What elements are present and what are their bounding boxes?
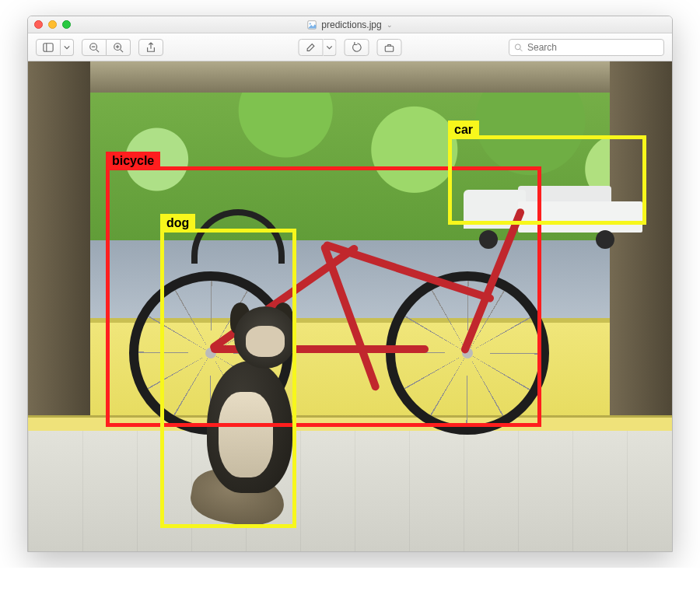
- close-button[interactable]: [34, 20, 43, 29]
- markup-button[interactable]: [299, 39, 324, 56]
- svg-rect-11: [385, 46, 394, 51]
- minimize-button[interactable]: [48, 20, 57, 29]
- toolbar-center: [299, 39, 402, 56]
- preview-window: predictions.jpg ⌄: [27, 16, 673, 552]
- window-title: predictions.jpg ⌄: [28, 19, 672, 30]
- markup-icon: [306, 42, 317, 53]
- title-chevron-icon[interactable]: ⌄: [387, 21, 393, 29]
- search-icon: [514, 43, 523, 52]
- svg-point-12: [515, 44, 520, 49]
- detection-label-bicycle: bicycle: [106, 152, 160, 170]
- sidebar-menu-button[interactable]: [61, 39, 74, 56]
- image-file-icon: [307, 20, 317, 30]
- zoom-in-button[interactable]: [107, 39, 131, 56]
- traffic-lights: [34, 20, 71, 29]
- detection-box-dog: dog: [160, 229, 296, 528]
- search-input[interactable]: [526, 41, 659, 54]
- sidebar-icon: [43, 42, 54, 53]
- zoom-in-icon: [113, 42, 124, 53]
- detection-label-dog: dog: [160, 214, 195, 232]
- svg-point-1: [310, 23, 311, 24]
- zoom-out-icon: [89, 42, 100, 53]
- toolbar: [28, 33, 672, 61]
- search-field[interactable]: [509, 39, 664, 56]
- svg-rect-2: [44, 43, 53, 51]
- scene-pillar-left: [28, 61, 90, 427]
- titlebar: predictions.jpg ⌄: [28, 16, 672, 33]
- toolbox-icon: [384, 42, 395, 53]
- chevron-down-icon: [327, 44, 333, 51]
- zoom-out-button[interactable]: [82, 39, 107, 56]
- zoom-button[interactable]: [62, 20, 71, 29]
- svg-line-5: [96, 49, 100, 52]
- rotate-left-icon: [352, 42, 362, 53]
- share-button[interactable]: [138, 39, 163, 56]
- chevron-down-icon: [64, 44, 70, 51]
- markup-menu-button[interactable]: [324, 39, 337, 56]
- scene-beam: [28, 61, 672, 93]
- toolbox-button[interactable]: [377, 39, 402, 56]
- share-icon: [145, 42, 156, 53]
- svg-rect-0: [308, 20, 317, 29]
- scene-floor: [28, 431, 672, 551]
- svg-line-13: [520, 49, 523, 51]
- window-filename: predictions.jpg: [321, 19, 381, 30]
- image-viewport[interactable]: bicycle car dog: [28, 61, 672, 551]
- detection-label-car: car: [448, 121, 479, 138]
- svg-line-8: [121, 49, 124, 52]
- rotate-button[interactable]: [345, 39, 369, 56]
- scene-pillar-right: [610, 61, 672, 427]
- detection-box-car: car: [448, 135, 646, 225]
- sidebar-toggle-button[interactable]: [36, 39, 61, 56]
